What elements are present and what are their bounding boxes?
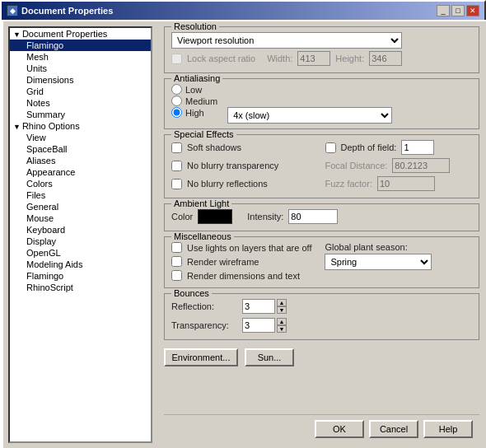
transparency-down-btn[interactable]: ▼ <box>277 325 287 333</box>
resolution-group: Resolution Viewport resolution Lock aspe… <box>164 26 479 73</box>
color-swatch[interactable] <box>198 209 232 224</box>
no-blurry-transparency-label: No blurry transparency <box>187 161 278 170</box>
global-plant-label: Global plant season: <box>325 242 407 252</box>
dialog-buttons: OK Cancel Help <box>164 414 479 443</box>
right-panel: Resolution Viewport resolution Lock aspe… <box>157 21 486 448</box>
radio-medium[interactable] <box>171 96 182 106</box>
tree-item-aliases[interactable]: Aliases <box>10 155 151 166</box>
focal-value-input[interactable] <box>392 158 450 173</box>
render-wireframe-checkbox[interactable] <box>171 256 182 267</box>
depth-of-field-label: Depth of field: <box>341 142 397 152</box>
tree-item-grid[interactable]: Grid <box>10 86 151 97</box>
transparency-up-btn[interactable]: ▲ <box>277 318 287 325</box>
use-lights-label: Use lights on layers that are off <box>187 243 311 253</box>
tree-item-mesh[interactable]: Mesh <box>10 51 151 63</box>
tree-item-modeling-aids[interactable]: Modeling Aids <box>10 259 151 270</box>
maximize-button[interactable]: □ <box>451 5 465 16</box>
window-controls: _ □ ✕ <box>437 5 479 16</box>
help-button[interactable]: Help <box>423 420 473 438</box>
tree-item-spaceball[interactable]: SpaceBall <box>10 143 151 155</box>
reflection-spinner: ▲ ▼ <box>242 299 287 314</box>
tree-item-flamingo-rhino[interactable]: Flamingo <box>10 270 151 282</box>
soft-shadows-checkbox[interactable] <box>171 142 182 153</box>
tree-panel: ▼Document Properties Flamingo Mesh Units… <box>8 26 152 443</box>
tree-item-colors[interactable]: Colors <box>10 178 151 189</box>
reflection-label: Reflection: <box>171 301 237 311</box>
tree-item-keyboard[interactable]: Keyboard <box>10 224 151 236</box>
miscellaneous-group: Miscellaneous Use lights on layers that … <box>164 236 479 288</box>
reflection-up-btn[interactable]: ▲ <box>277 299 287 306</box>
intensity-input[interactable] <box>288 209 338 224</box>
title-bar: ◆ Document Properties _ □ ✕ <box>2 2 484 20</box>
antialiasing-group: Antialiasing Low Medium High <box>164 78 479 129</box>
tree-item-general[interactable]: General <box>10 201 151 212</box>
color-label: Color <box>171 212 193 222</box>
radio-low-label: Low <box>185 85 202 95</box>
radio-medium-row: Medium <box>171 96 217 106</box>
expand-icon-2: ▼ <box>13 123 21 131</box>
no-blurry-transparency-checkbox[interactable] <box>171 161 182 171</box>
tree-item-view[interactable]: View <box>10 132 151 143</box>
resolution-dropdown[interactable]: Viewport resolution <box>171 32 402 49</box>
radio-medium-label: Medium <box>185 96 217 106</box>
tree-item-appearance[interactable]: Appearance <box>10 166 151 178</box>
antialiasing-label: Antialiasing <box>171 73 222 83</box>
ambient-light-label: Ambient Light <box>171 198 231 208</box>
ok-button[interactable]: OK <box>315 420 364 438</box>
use-lights-checkbox[interactable] <box>171 242 182 253</box>
tree-item-files[interactable]: Files <box>10 189 151 201</box>
minimize-button[interactable]: _ <box>437 5 450 16</box>
resolution-label: Resolution <box>171 21 219 31</box>
aa-quality-dropdown[interactable]: 4x (slow) <box>227 107 392 124</box>
depth-value-input[interactable] <box>401 140 434 155</box>
bounces-group: Bounces Reflection: ▲ ▼ Transpa <box>164 293 479 340</box>
depth-of-field-checkbox[interactable] <box>325 142 336 153</box>
reflection-down-btn[interactable]: ▼ <box>277 306 287 314</box>
tree-item-units[interactable]: Units <box>10 63 151 74</box>
tree-root-document-properties[interactable]: ▼Document Properties <box>10 28 151 40</box>
tree-item-summary[interactable]: Summary <box>10 109 151 120</box>
intensity-label: Intensity: <box>247 212 283 222</box>
special-effects-group: Special Effects Soft shadows Depth of fi… <box>164 134 479 198</box>
dialog-title: Document Properties <box>21 6 113 16</box>
sun-button[interactable]: Sun... <box>245 348 294 366</box>
width-input[interactable] <box>297 51 330 66</box>
radio-high-label: High <box>185 108 204 118</box>
radio-low-row: Low <box>171 84 217 95</box>
soft-shadows-label: Soft shadows <box>187 142 241 152</box>
tree-item-mouse[interactable]: Mouse <box>10 212 151 224</box>
cancel-button[interactable]: Cancel <box>369 420 418 438</box>
transparency-spinner: ▲ ▼ <box>242 318 287 333</box>
tree-item-notes[interactable]: Notes <box>10 97 151 109</box>
miscellaneous-label: Miscellaneous <box>171 231 234 241</box>
radio-high[interactable] <box>171 107 182 118</box>
env-sun-row: Environment... Sun... <box>164 348 479 366</box>
environment-button[interactable]: Environment... <box>164 348 238 366</box>
tree-item-display[interactable]: Display <box>10 236 151 247</box>
tree-item-flamingo[interactable]: Flamingo <box>10 40 151 51</box>
lock-aspect-checkbox[interactable] <box>171 54 182 64</box>
transparency-input[interactable] <box>242 318 275 333</box>
transparency-spinner-btns: ▲ ▼ <box>277 318 287 333</box>
render-wireframe-label: Render wireframe <box>187 257 259 267</box>
radio-low[interactable] <box>171 84 182 95</box>
render-dimensions-label: Render dimensions and text <box>187 271 300 281</box>
fuzz-value-input[interactable] <box>377 176 435 191</box>
width-label: Width: <box>267 54 292 63</box>
expand-icon: ▼ <box>13 30 21 39</box>
render-dimensions-checkbox[interactable] <box>171 270 182 281</box>
season-dropdown[interactable]: Spring Summer Fall Winter <box>325 254 432 270</box>
height-input[interactable] <box>369 51 402 66</box>
tree-root-rhino-options[interactable]: ▼Rhino Options <box>10 120 151 132</box>
tree-item-dimensions[interactable]: Dimensions <box>10 74 151 86</box>
close-button[interactable]: ✕ <box>466 5 479 16</box>
reflection-input[interactable] <box>242 299 275 314</box>
no-blurry-reflections-checkbox[interactable] <box>171 179 182 189</box>
tree-item-rhinoscript[interactable]: RhinoScript <box>10 282 151 293</box>
antialiasing-options: Low Medium High <box>171 84 217 118</box>
focal-distance-label: Focal Distance: <box>325 161 388 170</box>
fuzz-factor-label: Fuzz factor: <box>325 179 372 189</box>
reflection-spinner-btns: ▲ ▼ <box>277 299 287 314</box>
tree-item-opengl[interactable]: OpenGL <box>10 247 151 259</box>
special-effects-label: Special Effects <box>171 129 236 139</box>
